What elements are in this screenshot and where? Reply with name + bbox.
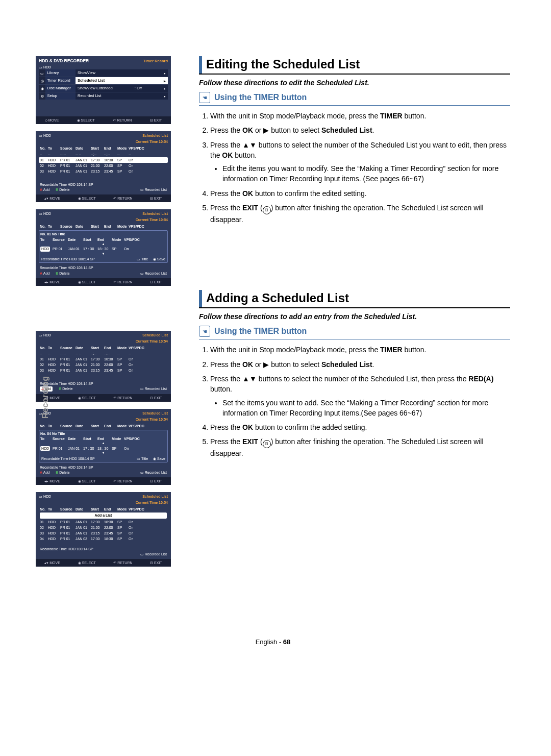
menu-disc-manager: Disc Manager [45,85,76,92]
page-footer: English - 68 [36,638,510,646]
osd-pane-scheduled-1: ▭ HDD Scheduled List Current Time 10:54 … [36,131,171,202]
schedule-table-header: No.ToSourceDateStartEndModeVPS/PDC [39,145,168,151]
osd-pane-scheduled-add: ▭ HDD Scheduled List Current Time 10:54 … [36,331,171,402]
edit-row: HDDPR 01JAN 0117 : 3018 : 30SPOn [40,446,166,451]
library-icon: ▭ [39,69,45,77]
schedule-placeholder-row: ------ ---- ----:----:------ [39,152,168,157]
gear-icon: ⚙ [39,92,45,100]
schedule-row: 01HDDPR 01JAN 0117:3018:30SPOn [39,356,168,362]
editing-title: Editing the Scheduled List [206,56,360,74]
hdd-indicator: HDD [43,134,51,137]
section-accent-bar [199,290,202,307]
edit-no-title: No. 04 No Title [40,431,166,436]
osd-foot-1: ◇ MOVE ◉ SELECT ↶ RETURN ⊟ EXIT [36,116,171,124]
schedule-row: 02HDDPR 01JAN 0121:0022:00SPOn [39,362,168,368]
osd-pane-add-detail: ▭ HDD Scheduled List Current Time 10:54 … [36,409,171,485]
schedule-row: 01HDDPR 01JAN 0117:3018:30SPOn [39,157,168,163]
edit-no-title: No. 01 No Title [40,232,166,236]
scheduled-header: Scheduled List [142,333,168,337]
disc-icon: ◉ [39,85,45,92]
scheduled-header: Scheduled List [142,133,168,138]
menu-library: Library [45,69,76,77]
osd-pane-added-list: ▭ HDD Scheduled List Current Time 10:54 … [36,492,171,567]
scheduled-header: Scheduled List [142,211,168,216]
edit-steps: With the unit in Stop mode/Playback mode… [199,111,510,225]
section-accent-bar [199,56,202,74]
schedule-row: 02HDDPR 01JAN 0121:0022:00SPOn [39,163,168,168]
hdd-indicator: HDD [43,212,51,215]
exit-button-icon: ⊟ [263,440,271,448]
using-timer-heading-2: Using the TIMER button [214,327,307,336]
schedule-row: 04HDDPR 01JAN 0217:3018:30SPOn [39,536,168,542]
recordable-time: Recordable Time HDD 108:14 SP [40,182,93,187]
recordable-time: Recordable Time HDD 108:14 SP [40,265,93,270]
color-keys-row: Add Delete ▭ Recorded List [39,187,168,192]
menu-setup: Setup [45,92,76,100]
hdd-indicator: HDD [43,495,51,498]
submenu-recorded-list: Recorded List▸ [76,92,168,100]
schedule-row: 03HDDPR 01JAN 0123:1523:45SPOn [39,368,168,373]
osd-pane-main-menu: HDD & DVD RECORDER Timer Record ▭ HDD ▭L… [36,56,171,124]
submenu-scheduled-list: Scheduled List▸ [76,77,168,84]
recorder-title: HDD & DVD RECORDER [39,58,89,64]
current-time: Current Time 10:54 [136,139,168,144]
menu-timer-record: Timer Record [45,77,76,84]
using-timer-heading: Using the TIMER button [214,93,307,102]
edit-row: HDDPR 01JAN 0117 : 3018 : 30SPOn [40,246,166,252]
schedule-row: 03HDDPR 01JAN 0123:1523:45SPOn [39,530,168,536]
schedule-row: 02HDDPR 01JAN 0121:0022:00SPOn [39,525,168,530]
exit-button-icon: ⊟ [263,206,271,214]
osd-pane-edit-detail: ▭ HDD Scheduled List Current Time 10:54 … [36,209,171,286]
add-list-bar: Add a List [40,513,167,518]
timer-record-label: Timer Record [143,59,168,64]
add-steps: With the unit in Stop mode/Playback mode… [199,345,510,458]
hdd-indicator: HDD [43,65,51,69]
hand-icon: ☚ [199,326,210,337]
edit-box: No. 01 No Title ToSourceDateStartEndMode… [39,230,168,263]
schedule-row: 01HDDPR 01JAN 0117:3018:30SPOn [39,519,168,525]
osd-foot-2: ▴▾ MOVE ◉ SELECT ↶ RETURN ⊟ EXIT [36,194,171,202]
hdd-indicator: HDD [43,333,51,337]
right-content: Editing the Scheduled List Follow these … [199,56,510,567]
adding-subtitle: Follow these directions to add an entry … [199,312,510,321]
hand-icon: ☚ [199,92,210,103]
editing-subtitle: Follow these directions to edit the Sche… [199,79,510,87]
clock-icon: ◷ [39,77,45,84]
submenu-showview-ext: ShowView Extended: Off▸ [76,85,168,92]
schedule-row: 03HDDPR 01JAN 0123:1523:45SPOn [39,168,168,174]
current-time: Current Time 10:54 [136,217,168,222]
left-screens: HDD & DVD RECORDER Timer Record ▭ HDD ▭L… [36,56,179,567]
current-time: Current Time 10:54 [136,339,168,344]
submenu-showview: ShowView▸ [76,69,168,77]
side-section-label: Recording [41,376,50,419]
adding-title: Adding a Scheduled List [206,290,349,307]
